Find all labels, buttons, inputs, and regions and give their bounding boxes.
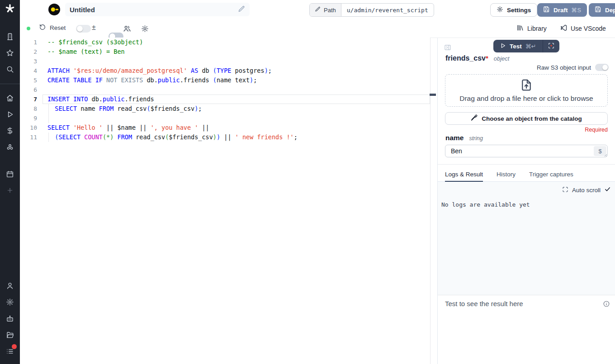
runs-icon [6,110,14,120]
required-star: * [486,54,488,62]
path-label: Path [324,7,336,14]
test-label: Test [510,43,522,50]
diff-toggle[interactable] [76,25,91,33]
resize-handle-icon[interactable] [604,153,607,157]
sidebar-item-create[interactable] [0,186,20,195]
vscode-icon [560,24,568,33]
autoscroll-check-icon[interactable] [604,186,611,194]
folders-icon [6,331,14,340]
tab-logs-result[interactable]: Logs & Result [445,170,483,182]
autoscroll-row: Auto scroll [562,186,611,194]
sidebar-item-home[interactable] [0,94,20,103]
sidebar-item-variables[interactable] [0,127,20,136]
code-line: -- $friends_csv (s3object) [47,38,143,47]
workspace-icon [6,33,14,42]
left-sidebar [0,0,20,364]
edit-title-pencil-icon[interactable] [238,5,245,14]
line-number: 1 [20,38,37,47]
users-icon[interactable] [123,24,131,34]
search-icon [6,65,14,75]
raw-s3-toggle[interactable] [595,64,609,71]
result-empty-text: Test to see the result here [445,300,523,307]
overview-ruler-mark [430,94,436,96]
sidebar-item-runs[interactable] [0,110,20,119]
capture-run-button[interactable] [543,40,559,52]
sidebar-item-folders[interactable] [0,331,20,340]
result-tabs: Logs & ResultHistoryTrigger captures [438,170,615,182]
dropzone-text: Drag and drop a file here or click to br… [459,95,593,103]
capture-frame-icon [548,42,555,51]
sidebar-item-settings[interactable] [0,298,20,307]
status-dot [27,27,30,30]
duckdb-language-icon [48,3,61,16]
sidebar-item-resources[interactable] [0,143,20,152]
collapse-panel-icon[interactable] [444,44,451,52]
create-icon [6,187,14,195]
logs-empty-text: No logs are available yet [441,201,530,208]
editor-settings-gear-icon[interactable] [141,25,149,34]
code-line: SELECT 'Hello ' || $name || ', you have … [47,123,209,132]
code-line: INSERT INTO db.public.friends [47,95,154,104]
file-dropzone[interactable]: Drag and drop a file here or click to br… [445,74,608,107]
code-editor[interactable]: 1-- $friends_csv (s3object)2-- $name (te… [20,38,430,364]
page-title: Untitled [70,6,95,14]
favorites-icon [6,49,14,58]
reset-button[interactable]: Reset [39,24,66,32]
draft-button[interactable]: Draft ⌘S [537,3,587,17]
path-edit-button[interactable]: Path [310,4,341,16]
name-input[interactable] [445,145,608,157]
code-line: -- $name (text) = Ben [47,47,125,57]
sidebar-item-windmill-logo[interactable] [0,5,20,14]
code-line: ATTACH '$res:u/demo/amazed_postgresql' A… [47,66,272,76]
name-label: name [445,134,464,142]
deploy-button[interactable]: Deploy [589,3,615,17]
sidebar-item-schedules[interactable] [0,170,20,179]
code-line: CREATE TABLE IF NOT EXISTS db.public.fri… [47,76,257,85]
script-title-box[interactable]: Untitled [65,3,250,16]
test-kbd: ⌘↵ [525,43,536,50]
plus-minus-icon[interactable]: ± [92,24,96,32]
line-number: 3 [20,57,37,66]
save-icon [543,6,550,14]
line-number: 10 [20,123,37,132]
tab-history[interactable]: History [497,170,516,182]
schedules-icon [6,170,14,180]
required-badge: Required [585,127,608,133]
expand-logs-icon[interactable] [562,186,568,194]
choose-object-button[interactable]: Choose an object from the catalog [445,112,608,125]
panel-divider[interactable] [438,164,615,165]
sidebar-item-assistant[interactable] [0,315,20,324]
name-field-header: name string [445,134,483,142]
sidebar-item-search[interactable] [0,65,20,74]
tab-trigger-captures[interactable]: Trigger captures [529,170,573,182]
info-icon[interactable] [603,300,610,309]
choose-object-label: Choose an object from the catalog [482,115,582,122]
use-vscode-button[interactable]: Use VScode [560,24,606,33]
library-button[interactable]: Library [516,24,547,33]
code-line: (SELECT COUNT(*) FROM read_csv($friends_… [47,132,298,142]
draft-label: Draft [554,7,568,14]
reset-icon [39,24,46,32]
name-input-wrap: $ [445,145,608,157]
indent-guide [48,113,49,123]
line-number: 6 [20,85,37,95]
line-number: 11 [20,132,37,142]
sidebar-item-favorites[interactable] [0,49,20,58]
settings-icon [6,298,14,307]
sidebar-item-audit-logs[interactable] [0,347,20,356]
path-chip[interactable]: Path u/admin/reverent_script [309,3,434,17]
home-icon [6,94,14,104]
vscode-label: Use VScode [571,25,606,32]
settings-label: Settings [507,7,531,14]
arg-name: friends_csv [445,54,486,62]
test-button[interactable]: Test ⌘↵ [493,40,543,52]
settings-button[interactable]: Settings [490,3,537,17]
sidebar-item-workspace[interactable] [0,33,20,42]
path-value: u/admin/reverent_script [341,4,434,16]
raw-s3-row: Raw S3 object input [537,64,609,71]
draft-kbd: ⌘S [572,7,582,14]
resources-icon [6,143,14,152]
library-icon [516,24,524,33]
file-upload-icon [520,78,533,93]
sidebar-item-account[interactable] [0,282,20,291]
